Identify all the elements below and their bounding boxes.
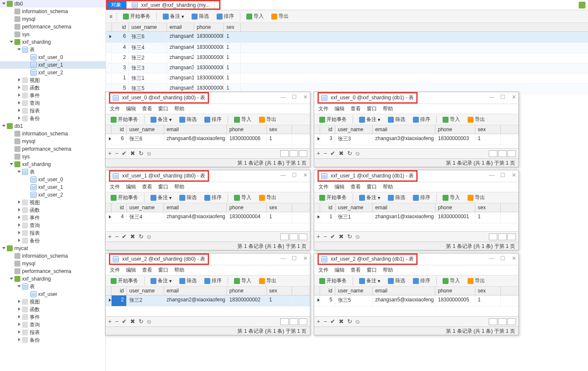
data-window-w1[interactable]: xxf_user_0 @xxf_sharding (db1) - 表—☐✕文件编… (314, 92, 519, 167)
table-row[interactable]: 4张三4zhangsan4183000000041 (106, 43, 588, 53)
backup-node[interactable]: 备份 (0, 336, 106, 344)
menu-help[interactable]: 帮助 (174, 183, 184, 191)
schema-xxf[interactable]: xxf_sharding (0, 160, 106, 168)
menu-window[interactable]: 窗口 (367, 267, 377, 274)
table-xxf-user-2[interactable]: xxf_user_2 (0, 69, 106, 76)
commit-icon[interactable]: ✔ (330, 318, 335, 325)
menu-view[interactable]: 查看 (142, 267, 152, 274)
maximize-icon[interactable]: ☐ (500, 172, 506, 178)
menu-help[interactable]: 帮助 (383, 267, 393, 274)
commit-icon[interactable]: ✔ (330, 150, 335, 157)
commit-icon[interactable]: ✔ (330, 233, 335, 240)
table-xxf-user[interactable]: xxf_user (0, 290, 106, 298)
menu-file[interactable]: 文件 (318, 183, 329, 191)
cancel-icon[interactable]: ✖ (130, 233, 135, 240)
menu-help[interactable]: 帮助 (383, 183, 393, 191)
memo-button[interactable]: 备注▾ (149, 276, 173, 285)
menu-edit[interactable]: 编辑 (334, 105, 345, 112)
form-view-icon[interactable] (290, 233, 298, 240)
table-row[interactable]: 3张三3zhangsan3@xiaoxiaofeng183000000031 (314, 134, 518, 145)
sort-button[interactable]: 排序 (203, 193, 223, 202)
close-icon[interactable]: ✕ (511, 172, 517, 178)
stop-icon[interactable]: ⦸ (356, 150, 359, 157)
views-node[interactable]: 视图 (0, 298, 106, 306)
refresh-icon[interactable]: ↻ (139, 233, 144, 240)
functions-node[interactable]: 函数 (0, 84, 106, 92)
sort-button[interactable]: 排序 (215, 12, 236, 21)
form-view-icon[interactable] (290, 318, 298, 325)
text-view-icon[interactable] (507, 233, 516, 240)
table-xxf-user-1[interactable]: xxf_user_1 (0, 61, 106, 69)
close-icon[interactable]: ✕ (302, 172, 308, 178)
schema-xxf[interactable]: xxf_sharding (0, 275, 106, 283)
filter-button[interactable]: 筛选 (190, 12, 211, 21)
table-xxf-user-1[interactable]: xxf_user_1 (0, 183, 106, 191)
schema-mysql[interactable]: mysql (0, 15, 106, 23)
start-tx-button[interactable]: 开始事务 (318, 193, 348, 202)
queries-node[interactable]: 查询 (0, 222, 106, 229)
maximize-icon[interactable]: ☐ (291, 94, 297, 100)
connection-tree[interactable]: db0 information_schema mysql performance… (0, 0, 106, 371)
start-tx-button[interactable]: 开始事务 (121, 12, 152, 21)
import-button[interactable]: 导入 (441, 115, 462, 124)
table-row[interactable]: 1张三1zhangsan1@xiaoxiaofeng183000000011 (314, 212, 518, 223)
form-view-icon[interactable] (290, 150, 298, 157)
start-tx-button[interactable]: 开始事务 (318, 115, 348, 124)
grid-view-icon[interactable] (280, 318, 289, 325)
menu-edit[interactable]: 编辑 (334, 267, 345, 274)
menu-file[interactable]: 文件 (110, 105, 120, 112)
reports-node[interactable]: 报表 (0, 329, 106, 336)
grid-view-icon[interactable] (280, 150, 289, 157)
add-row-icon[interactable]: + (108, 233, 111, 240)
form-view-icon[interactable] (498, 150, 507, 157)
titlebar[interactable]: xxf_user_0 @xxf_sharding (db1) - 表—☐✕ (314, 92, 518, 104)
titlebar[interactable]: xxf_user_2 @xxf_sharding (db0) - 表—☐✕ (106, 253, 310, 265)
stop-icon[interactable]: ⦸ (356, 318, 359, 325)
menu-view[interactable]: 查看 (351, 183, 361, 191)
import-button[interactable]: 导入 (232, 276, 253, 285)
table-row[interactable]: 2张三2zhangsan2@xiaoxiaofeng183000000021 (106, 295, 310, 306)
close-icon[interactable]: ✕ (511, 255, 517, 261)
menu-file[interactable]: 文件 (110, 267, 120, 274)
delete-row-icon[interactable]: − (115, 233, 118, 240)
text-view-icon[interactable] (299, 150, 307, 157)
delete-row-icon[interactable]: − (115, 150, 118, 157)
delete-row-icon[interactable]: − (323, 150, 327, 157)
table-xxf-user-2[interactable]: xxf_user_2 (0, 191, 106, 199)
backup-node[interactable]: 备份 (0, 115, 106, 122)
minimize-icon[interactable]: — (489, 172, 495, 178)
delete-row-icon[interactable]: − (323, 233, 327, 240)
grid-view-icon[interactable] (280, 233, 289, 240)
titlebar[interactable]: xxf_user_1 @xxf_sharding (db0) - 表—☐✕ (106, 170, 310, 182)
menu-help[interactable]: 帮助 (174, 105, 184, 112)
import-button[interactable]: 导入 (441, 276, 462, 285)
menu-edit[interactable]: 编辑 (126, 105, 136, 112)
maximize-icon[interactable]: ☐ (291, 255, 297, 261)
menu-window[interactable]: 窗口 (158, 183, 168, 191)
commit-icon[interactable]: ✔ (122, 233, 127, 240)
commit-icon[interactable]: ✔ (122, 318, 127, 325)
menu-view[interactable]: 查看 (142, 105, 152, 112)
import-button[interactable]: 导入 (232, 193, 253, 202)
export-button[interactable]: 导出 (466, 115, 487, 124)
schema-perf[interactable]: performance_schema (0, 145, 106, 153)
delete-row-icon[interactable]: − (115, 318, 118, 325)
memo-button[interactable]: 备注▾ (161, 12, 186, 21)
cancel-icon[interactable]: ✖ (339, 318, 344, 325)
schema-sys[interactable]: sys (0, 31, 106, 38)
import-button[interactable]: 导入 (232, 115, 253, 124)
start-tx-button[interactable]: 开始事务 (109, 276, 140, 285)
db-node-mycat[interactable]: mycat (0, 245, 106, 252)
schema-info[interactable]: information_schema (0, 8, 106, 15)
data-window-w0[interactable]: xxf_user_0 @xxf_sharding (db0) - 表—☐✕文件编… (105, 92, 310, 167)
table-xxf-user-0[interactable]: xxf_user_0 (0, 176, 106, 183)
text-view-icon[interactable] (299, 233, 307, 240)
add-row-icon[interactable]: + (108, 318, 111, 325)
main-grid-rows[interactable]: 6张三6zhangsan61830000000614张三4zhangsan418… (106, 32, 588, 94)
functions-node[interactable]: 函数 (0, 306, 106, 313)
grid-view-icon[interactable] (489, 233, 497, 240)
menu-edit[interactable]: 编辑 (334, 183, 345, 191)
close-icon[interactable]: ✕ (302, 94, 308, 100)
reports-node[interactable]: 报表 (0, 107, 106, 115)
minimize-icon[interactable]: — (280, 94, 286, 100)
